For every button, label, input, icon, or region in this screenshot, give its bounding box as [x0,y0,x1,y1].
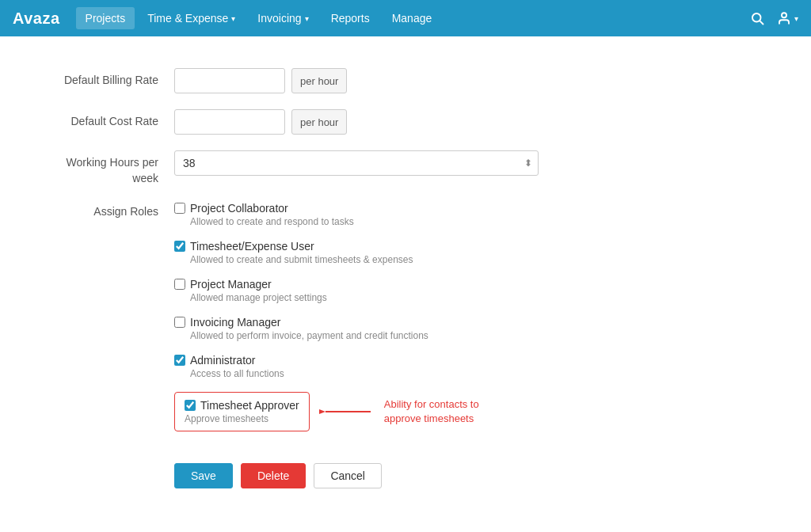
annotation-arrow [319,401,375,423]
assign-roles-section: Assign Roles Project Collaborator Allowe… [48,202,554,431]
timesheet-approver-box: Timesheet Approver Approve timesheets [174,392,310,431]
administrator-checkbox[interactable] [174,355,185,366]
assign-roles-label: Assign Roles [48,202,174,218]
working-hours-select[interactable]: 38 40 37.5 35 [174,150,539,176]
working-hours-row: Working Hours per week 38 40 37.5 35 ⬍ [48,150,554,186]
search-icon[interactable] [750,11,764,25]
working-hours-label: Working Hours per week [48,150,174,186]
role-project-manager: Project Manager Allowed manage project s… [174,278,511,303]
user-menu-icon[interactable]: ▾ [777,11,798,25]
timesheet-expense-user-name: Timesheet/Expense User [190,240,314,253]
billing-rate-input[interactable] [174,68,285,93]
billing-rate-label: Default Billing Rate [48,68,174,89]
project-manager-desc: Allowed manage project settings [190,292,511,303]
timesheet-approver-desc: Approve timesheets [185,413,299,424]
cost-rate-row: Default Cost Rate per hour [48,109,554,135]
cost-rate-label: Default Cost Rate [48,109,174,130]
invoicing-dropdown-icon: ▾ [305,14,309,23]
annotation-wrap: Timesheet Approver Approve timesheets [174,392,511,431]
role-administrator: Administrator Access to all functions [174,354,511,379]
time-expense-dropdown-icon: ▾ [231,14,235,23]
timesheet-approver-name: Timesheet Approver [200,399,299,412]
role-timesheet-expense-user: Timesheet/Expense User Allowed to create… [174,240,511,265]
cancel-button[interactable]: Cancel [314,463,382,488]
administrator-name: Administrator [190,354,255,367]
button-row: Save Delete Cancel [174,463,554,488]
invoicing-manager-desc: Allowed to perform invoice, payment and … [190,330,511,341]
project-manager-checkbox[interactable] [174,279,185,290]
save-button[interactable]: Save [174,463,233,488]
roles-list: Project Collaborator Allowed to create a… [174,202,511,431]
svg-line-1 [760,21,763,24]
cost-rate-controls: per hour [174,109,347,135]
billing-rate-per-hour: per hour [291,68,347,93]
cost-rate-input[interactable] [174,109,285,135]
project-collaborator-desc: Allowed to create and respond to tasks [190,216,511,227]
invoicing-manager-name: Invoicing Manager [190,316,280,329]
cost-rate-per-hour: per hour [291,109,347,135]
project-manager-name: Project Manager [190,278,272,291]
working-hours-select-wrap: 38 40 37.5 35 ⬍ [174,150,539,176]
timesheet-expense-user-checkbox[interactable] [174,241,185,252]
nav-item-reports[interactable]: Reports [322,7,379,29]
delete-button[interactable]: Delete [241,463,306,488]
invoicing-manager-checkbox[interactable] [174,317,185,328]
nav-item-projects[interactable]: Projects [76,7,135,29]
nav-item-manage[interactable]: Manage [383,7,442,29]
nav-right: ▾ [750,11,798,25]
role-invoicing-manager: Invoicing Manager Allowed to perform inv… [174,316,511,341]
svg-point-2 [782,13,786,17]
nav-items: Projects Time & Expense ▾ Invoicing ▾ Re… [76,7,750,29]
project-collaborator-checkbox[interactable] [174,203,185,214]
nav-item-time-expense[interactable]: Time & Expense ▾ [138,7,245,29]
billing-rate-controls: per hour [174,68,347,93]
nav-brand[interactable]: Avaza [13,10,60,28]
role-project-collaborator: Project Collaborator Allowed to create a… [174,202,511,227]
annotation-text: Ability for contacts to approve timeshee… [384,397,511,426]
main-content: Default Billing Rate per hour Default Co… [0,36,602,520]
arrow-icon [319,401,375,423]
project-collaborator-name: Project Collaborator [190,202,288,215]
timesheet-approver-checkbox[interactable] [185,400,196,411]
administrator-desc: Access to all functions [190,368,511,379]
role-timesheet-approver-row: Timesheet Approver Approve timesheets [174,392,511,431]
timesheet-expense-user-desc: Allowed to create and submit timesheets … [190,254,511,265]
user-dropdown-icon: ▾ [794,14,798,23]
nav-item-invoicing[interactable]: Invoicing ▾ [248,7,318,29]
billing-rate-row: Default Billing Rate per hour [48,68,554,93]
navbar: Avaza Projects Time & Expense ▾ Invoicin… [0,0,811,36]
